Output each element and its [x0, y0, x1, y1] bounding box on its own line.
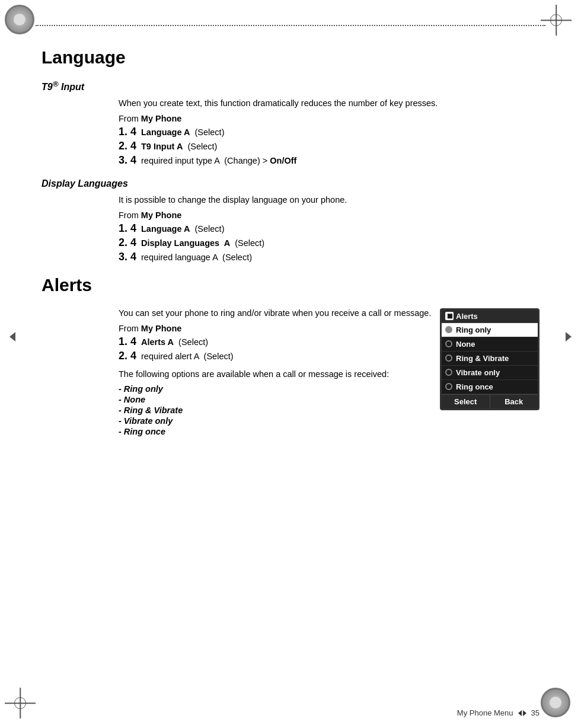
t9-body: When you create text, this function dram… [119, 97, 540, 110]
left-arrow-marker [9, 332, 15, 341]
screen-row-ring-only[interactable]: Ring only [442, 323, 538, 337]
corner-decoration-tl [5, 5, 40, 40]
right-arrow-marker [566, 332, 572, 341]
t9-step-2: 2. 4 T9 Input A (Select) [119, 140, 540, 152]
display-step-2: 2. 4 Display Languages A (Select) [119, 237, 540, 249]
alerts-options-list: - Ring only - None - Ring & Vibrate - Vi… [119, 384, 436, 436]
alerts-left-col: You can set your phone to ring and/or vi… [119, 307, 436, 438]
t9-steps: 1. 4 Language A (Select) 2. 4 T9 Input A… [119, 126, 540, 167]
row-dot-ring-once [445, 383, 452, 390]
display-languages-content: It is possible to change the display lan… [119, 194, 540, 263]
display-languages-subtitle: Display Languages [42, 178, 540, 189]
alerts-section: Alerts You can set your phone to ring an… [42, 275, 540, 438]
screen-row-ring-once[interactable]: Ring once [442, 380, 538, 394]
t9-step-3: 3. 4 required input type A (Change) > On… [119, 154, 540, 167]
corner-decoration-tr [541, 5, 576, 40]
screen-row-label-none: None [456, 340, 475, 349]
screen-row-ring-vibrate[interactable]: Ring & Vibrate [442, 352, 538, 366]
footer-page-number: 35 [531, 708, 540, 717]
alerts-content: You can set your phone to ring and/or vi… [119, 307, 540, 438]
display-languages-from: From My Phone [119, 210, 540, 220]
screen-header: ▦ Alerts [442, 310, 538, 323]
screen-select-button[interactable]: Select [442, 395, 490, 408]
alerts-right-col: ▦ Alerts Ring only None [436, 307, 540, 438]
option-ring-vibrate: - Ring & Vibrate [119, 405, 436, 415]
footer-arrows [518, 710, 526, 716]
language-section: Language T9® Input When you create text,… [42, 47, 540, 263]
t9-subsection: T9® Input When you create text, this fun… [42, 79, 540, 167]
main-content: Language T9® Input When you create text,… [42, 41, 540, 692]
row-dot-ring-vibrate [445, 355, 452, 362]
footer-label: My Phone Menu [457, 708, 513, 717]
display-languages-steps: 1. 4 Language A (Select) 2. 4 Display La… [119, 222, 540, 263]
screen-row-none[interactable]: None [442, 337, 538, 352]
alerts-steps: 1. 4 Alerts A (Select) 2. 4 required ale… [119, 336, 436, 362]
option-ring-once: - Ring once [119, 427, 436, 436]
option-none: - None [119, 395, 436, 404]
screen-header-title: Alerts [456, 312, 478, 321]
t9-subtitle: T9® Input [42, 79, 540, 92]
screen-header-icon: ▦ [445, 312, 454, 320]
row-dot-vibrate-only [445, 369, 452, 376]
row-dot-none [445, 340, 452, 347]
alerts-title: Alerts [42, 275, 540, 295]
screen-row-vibrate-only[interactable]: Vibrate only [442, 366, 538, 380]
top-divider [36, 25, 545, 26]
t9-step-1: 1. 4 Language A (Select) [119, 126, 540, 138]
display-languages-body: It is possible to change the display lan… [119, 194, 540, 207]
alerts-body: You can set your phone to ring and/or vi… [119, 307, 436, 320]
display-step-3: 3. 4 required language A (Select) [119, 251, 540, 263]
alerts-columns: You can set your phone to ring and/or vi… [119, 307, 540, 438]
phone-screen-mockup: ▦ Alerts Ring only None [440, 308, 540, 410]
alerts-options-text: The following options are available when… [119, 368, 436, 381]
t9-content: When you create text, this function dram… [119, 97, 540, 167]
alerts-from: From My Phone [119, 324, 436, 333]
screen-row-label-ring-only: Ring only [456, 325, 491, 334]
language-title: Language [42, 47, 540, 68]
page-footer: My Phone Menu 35 [457, 708, 540, 717]
display-languages-subsection: Display Languages It is possible to chan… [42, 178, 540, 263]
option-ring-only: - Ring only [119, 384, 436, 394]
row-dot-ring-only [445, 326, 452, 333]
corner-decoration-br [541, 688, 576, 723]
display-step-1: 1. 4 Language A (Select) [119, 222, 540, 235]
alerts-step-2: 2. 4 required alert A (Select) [119, 350, 436, 362]
option-vibrate-only: - Vibrate only [119, 416, 436, 426]
corner-decoration-bl [5, 688, 40, 723]
screen-row-label-ring-vibrate: Ring & Vibrate [456, 354, 509, 363]
t9-from: From My Phone [119, 114, 540, 123]
screen-back-button[interactable]: Back [490, 395, 538, 408]
alerts-step-1: 1. 4 Alerts A (Select) [119, 336, 436, 348]
screen-row-label-ring-once: Ring once [456, 382, 493, 391]
screen-row-label-vibrate-only: Vibrate only [456, 368, 500, 377]
screen-footer: Select Back [442, 394, 538, 408]
